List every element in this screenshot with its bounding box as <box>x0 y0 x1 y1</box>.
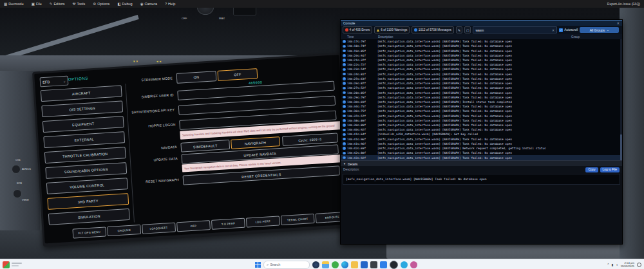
efb-menu-button[interactable]: 3RD PARTY <box>47 193 129 210</box>
green-app-icon[interactable] <box>332 261 339 268</box>
efb-menu-button[interactable]: VOLUME CONTROL <box>46 178 128 194</box>
menubar-item[interactable]: ▦ Devmode <box>0 0 28 8</box>
console-log-row[interactable]: i 14m:29s:79f [msfs_navigation_data_inte… <box>341 95 620 100</box>
console-log-row[interactable]: i 14m:27s:52f [msfs_navigation_data_inte… <box>341 86 620 90</box>
edit-filter-button[interactable]: ✎ <box>456 26 462 33</box>
navdata-navigraph-button[interactable]: NAVIGRAPH <box>231 136 280 149</box>
efb-menu-button[interactable]: EXTERNAL <box>43 131 125 148</box>
widget-icon[interactable] <box>3 261 10 268</box>
notification-bell-icon[interactable] <box>637 263 641 267</box>
console-log-row[interactable]: i 14m:37s:57f [msfs_navigation_data_inte… <box>341 114 620 118</box>
folder-app-icon[interactable] <box>351 261 358 268</box>
console-log-row[interactable]: i 14m:30s:69f [msfs_navigation_data_inte… <box>341 100 620 104</box>
console-log-row[interactable]: i 14m:41s:64f [inibuilds_a350_datastore.… <box>341 132 620 136</box>
efb-menu-button[interactable]: AIRCRAFT <box>41 85 122 102</box>
volume-icon[interactable]: ◖ <box>616 263 618 266</box>
console-log-row[interactable]: i 14m:21s:37f [msfs_navigation_data_inte… <box>341 58 620 62</box>
console-log-row[interactable]: i 14m:42s:69f [msfs_navigation_data_inte… <box>341 146 620 151</box>
console-log-row[interactable]: i 14m:39s:89f [msfs_navigation_data_inte… <box>341 123 620 127</box>
console-log-row[interactable]: i 14m:34s:75f [msfs_navigation_data_inte… <box>341 104 620 109</box>
log-to-file-button[interactable]: Log to File <box>600 167 620 172</box>
menubar-item[interactable]: ◧ Debug <box>113 0 136 8</box>
sidewall-label-efb: EFB <box>17 181 22 185</box>
autoscroll-checkbox[interactable]: ✓ Autoscroll <box>559 28 578 32</box>
efb-bottom-button[interactable]: LOADSHEET <box>142 223 176 234</box>
edge-browser-icon[interactable] <box>341 261 348 268</box>
efb-bottom-button[interactable]: LDG PERF <box>246 216 280 227</box>
efb-device-dropdown[interactable]: EFB ⌄ <box>40 76 69 88</box>
menubar-item[interactable]: ⚒ Tools <box>69 0 90 8</box>
efb-menu-button[interactable]: THROTTLE CALIBRATION <box>44 147 126 163</box>
console-log-row[interactable]: i 14m:40s:92f [msfs_navigation_data_inte… <box>341 127 620 132</box>
console-search-input[interactable]: wasm ✕ <box>473 26 557 33</box>
console-titlebar[interactable]: Console ✕ <box>341 20 622 26</box>
navdata-sim-default-button[interactable]: SIM/DEFAULT <box>180 140 230 153</box>
menubar-item[interactable]: ⚙ Options <box>89 0 113 8</box>
console-log-row[interactable]: i 14m:22s:72f [msfs_navigation_data_inte… <box>341 62 620 67</box>
settings-app-icon[interactable] <box>370 261 377 268</box>
sidewall-knob-view[interactable] <box>13 189 22 198</box>
console-log-row[interactable]: i 14m:19s:85f [msfs_navigation_data_inte… <box>341 48 620 53</box>
taskbar-search[interactable]: ⌕ Search <box>263 261 310 269</box>
file-explorer-icon[interactable] <box>322 261 329 268</box>
errors-filter-button[interactable]: 4 of 405 Errors <box>343 26 372 33</box>
column-time[interactable]: Time <box>347 35 354 39</box>
efb-bottom-button[interactable]: GROUND <box>107 225 141 236</box>
warnings-filter-button[interactable]: 6 of 1109 Warnings <box>374 26 410 33</box>
log-time: 14m:41s:64f <box>347 133 377 136</box>
console-scroll-thumb[interactable] <box>620 134 622 160</box>
copy-log-button[interactable]: ▢ <box>464 26 471 33</box>
report-an-issue-link[interactable]: Report-An-Issue (FAQ) <box>603 2 644 6</box>
efb-bottom-button[interactable]: FLT OPS MENU <box>72 227 106 238</box>
console-log-row[interactable]: i 14m:36s:75f [msfs_navigation_data_inte… <box>341 109 620 113</box>
menubar-item[interactable]: ▣ File <box>28 0 46 8</box>
console-scrollbar[interactable] <box>620 39 622 160</box>
console-log-row[interactable]: i 14m:28s:85f [msfs_navigation_data_inte… <box>341 90 620 95</box>
pink-app-icon[interactable] <box>410 261 417 268</box>
efb-menu-button[interactable]: SOUND/CABIN OPTIONS <box>45 162 127 179</box>
console-log-row[interactable]: i 14m:18s:74f [msfs_navigation_data_inte… <box>341 44 620 48</box>
console-log-row[interactable]: i 14m:42s:80f [msfs_navigation_data_inte… <box>341 151 620 155</box>
efb-bottom-button[interactable]: OFP <box>176 220 211 232</box>
menubar-item[interactable]: ✎ Editors <box>46 0 69 8</box>
sidewall-knob-avncs[interactable] <box>12 165 21 174</box>
info-icon: i <box>343 110 346 113</box>
log-time: 14m:21s:37f <box>347 59 377 62</box>
console-log-row[interactable]: i 14m:25s:63f [msfs_navigation_data_inte… <box>341 77 620 81</box>
obs-app-icon[interactable] <box>390 261 398 269</box>
console-log-row[interactable]: i 14m:20s:91f [msfs_navigation_data_inte… <box>341 53 620 58</box>
streamer-off-button[interactable]: OFF <box>217 68 258 81</box>
clear-search-icon[interactable]: ✕ <box>552 28 554 32</box>
efb-bottom-button[interactable]: TERML CHART <box>281 214 315 225</box>
console-log-row[interactable]: i 14m:43s:92f [msfs_navigation_data_inte… <box>341 155 620 160</box>
console-log-row[interactable]: i 14m:41s:96f [msfs_navigation_data_inte… <box>341 137 620 142</box>
console-log-row[interactable]: i 14m:24s:81f [msfs_navigation_data_inte… <box>341 72 620 77</box>
chat-app-icon[interactable] <box>401 261 408 268</box>
console-log-row[interactable]: i 14m:41s:96f [msfs_navigation_data_inte… <box>341 142 620 146</box>
store-app-icon[interactable] <box>380 261 387 268</box>
taskbar-clock[interactable]: 2:04 pm 19/03/2025 <box>620 261 634 268</box>
sidewall-label-ois: OIS <box>15 158 21 162</box>
chevron-up-icon[interactable]: ^ <box>607 263 609 266</box>
efb-menu-button[interactable]: SIMULATION <box>48 209 130 225</box>
console-log-row[interactable]: i 14m:38s:89f [msfs_navigation_data_inte… <box>341 118 620 123</box>
column-group[interactable]: Group <box>571 35 580 39</box>
copy-button[interactable]: Copy <box>585 167 598 172</box>
blue-app-icon[interactable] <box>361 261 368 268</box>
messages-filter-button[interactable]: 1012 of 5708 Messages <box>412 26 454 33</box>
console-log-row[interactable]: i 14m:26s:87f [msfs_navigation_data_inte… <box>341 81 620 86</box>
close-icon[interactable]: ✕ <box>617 21 620 25</box>
efb-menu-button[interactable]: OIS SETTINGS <box>41 100 123 117</box>
start-button[interactable] <box>255 262 261 268</box>
groups-dropdown[interactable]: All Groups ⌄ <box>580 27 619 33</box>
streamer-on-button[interactable]: ON <box>176 71 217 84</box>
menubar-item[interactable]: ◉ Camera <box>137 0 161 8</box>
menubar-item[interactable]: ? Help <box>161 0 179 8</box>
battery-icon[interactable]: ▮ <box>612 263 614 266</box>
console-log-row[interactable]: i 14m:23s:54f [msfs_navigation_data_inte… <box>341 67 620 71</box>
console-log-row[interactable]: i 14m:17s:79f [msfs_navigation_data_inte… <box>341 39 620 44</box>
column-description[interactable]: Description <box>378 35 393 39</box>
msfs-app-icon[interactable] <box>312 261 319 268</box>
efb-menu-button[interactable]: EQUIPMENT <box>43 116 124 133</box>
efb-bottom-button[interactable]: T.O PERF <box>211 218 245 230</box>
